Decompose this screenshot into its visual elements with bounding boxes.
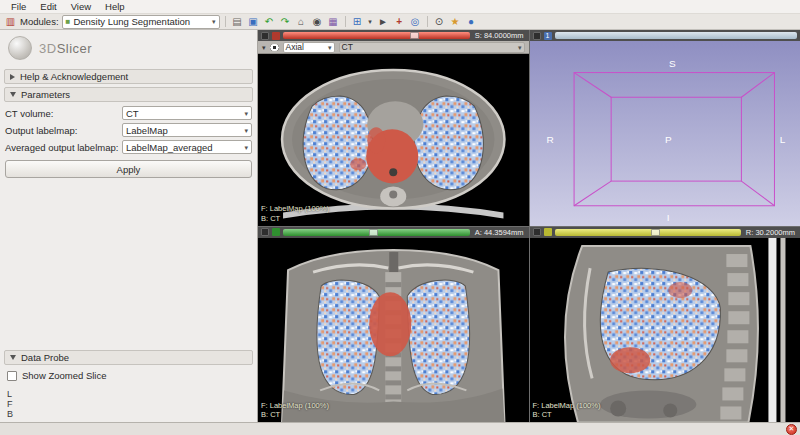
slicer-logo: 3DSlicer	[0, 30, 257, 66]
red-slice-viewer: S: 84.0000mm ▾ Axial ▾ CT ▾	[258, 30, 529, 226]
yellow-slice-slider[interactable]	[555, 229, 741, 236]
eye-icon[interactable]	[270, 44, 279, 51]
slicer-logo-text: 3DSlicer	[39, 41, 92, 56]
collapse-arrow-icon	[10, 92, 16, 97]
probe-line-l: L	[7, 389, 250, 399]
save-icon[interactable]: ▣	[247, 15, 260, 28]
place-point-icon[interactable]: +	[393, 15, 406, 28]
red-slice-bar: S: 84.0000mm	[258, 30, 529, 41]
module-history-back-icon[interactable]: ↶	[263, 15, 276, 28]
panel-spacer	[0, 182, 257, 347]
toolbar-separator	[225, 16, 226, 27]
background-label: B: CT	[261, 214, 329, 224]
chevron-down-icon: ▾	[212, 18, 216, 25]
orientation-select[interactable]: Axial ▾	[283, 42, 335, 53]
main-toolbar: ▥ Modules: ■ Density Lung Segmentation ▾…	[0, 14, 800, 30]
slice-menu-icon[interactable]	[533, 228, 541, 236]
volume-select[interactable]: CT ▾	[339, 42, 525, 53]
slicer-logo-icon	[8, 36, 32, 60]
data-probe-body: Show Zoomed Slice L F B	[0, 365, 257, 422]
chevron-down-icon: ▾	[518, 44, 522, 51]
section-help-acknowledgement[interactable]: Help & Acknowledgement	[4, 69, 253, 84]
section-data-probe[interactable]: Data Probe	[4, 350, 253, 365]
layout-select-icon[interactable]: ⊞	[351, 15, 364, 28]
output-labelmap-select[interactable]: LabelMap ▾	[122, 123, 252, 137]
slice-menu-icon[interactable]	[261, 228, 269, 236]
orientation-label-s: S	[668, 58, 675, 69]
toolbar-separator	[345, 16, 346, 27]
view-layout: S: 84.0000mm ▾ Axial ▾ CT ▾	[258, 30, 800, 422]
volume-rendering-icon[interactable]: ●	[465, 15, 478, 28]
module-history-forward-icon[interactable]: ↷	[279, 15, 292, 28]
crosshair-icon[interactable]: ◎	[409, 15, 422, 28]
show-zoomed-slice-checkbox[interactable]	[7, 371, 17, 381]
threed-view-slider[interactable]	[555, 32, 798, 39]
threed-view-badge[interactable]: 1	[544, 32, 552, 40]
status-bar: ✕	[0, 422, 800, 435]
module-selector[interactable]: ■ Density Lung Segmentation ▾	[62, 15, 220, 29]
threed-view-bar: 1	[530, 30, 800, 41]
orientation-label-r: R	[546, 134, 553, 145]
axial-slice-image[interactable]: F: LabelMap (100%) B: CT	[258, 54, 529, 226]
red-view-icon[interactable]	[272, 32, 280, 40]
yellow-view-icon[interactable]	[544, 228, 552, 236]
layout-chevron-icon[interactable]: ▾	[367, 15, 374, 28]
corner-annotation: F: LabelMap (100%) B: CT	[261, 204, 329, 224]
chevron-down-icon: ▾	[244, 144, 248, 151]
screenshot-icon[interactable]: ◉	[311, 15, 324, 28]
red-slice-slider[interactable]	[283, 32, 470, 39]
module-icon: ■	[66, 17, 71, 26]
green-slice-offset: A: 44.3594mm	[473, 227, 526, 238]
toolbar-separator	[427, 16, 428, 27]
foreground-label: F: LabelMap (100%)	[533, 401, 601, 411]
foreground-label: F: LabelMap (100%)	[261, 401, 329, 411]
scene-view-icon[interactable]: ▦	[327, 15, 340, 28]
chevron-down-icon: ▾	[328, 44, 332, 51]
menu-view[interactable]: View	[64, 0, 98, 13]
output-labelmap-label: Output labelmap:	[5, 125, 119, 136]
green-slice-slider[interactable]	[283, 229, 470, 236]
coronal-slice-image[interactable]: F: LabelMap (100%) B: CT	[258, 238, 529, 423]
menu-help[interactable]: Help	[98, 0, 132, 13]
magnify-icon[interactable]: ⊙	[433, 15, 446, 28]
threed-scene[interactable]: S I R L P	[530, 41, 800, 226]
corner-annotation: F: LabelMap (100%) B: CT	[533, 401, 601, 421]
yellow-slice-bar: R: 30.2000mm	[530, 227, 800, 238]
green-slice-viewer: A: 44.3594mm	[258, 227, 529, 423]
menu-file[interactable]: File	[4, 0, 33, 13]
mouse-interact-icon[interactable]: ►	[377, 15, 390, 28]
ct-volume-select[interactable]: CT ▾	[122, 106, 252, 120]
probe-line-b: B	[7, 409, 250, 419]
ct-volume-value: CT	[126, 108, 139, 119]
extensions-icon[interactable]: ★	[449, 15, 462, 28]
home-icon[interactable]: ⌂	[295, 15, 308, 28]
sagittal-slice-image[interactable]: F: LabelMap (100%) B: CT	[530, 238, 800, 423]
averaged-labelmap-value: LabelMap_averaged	[126, 142, 213, 153]
error-log-button[interactable]: ✕	[786, 424, 797, 435]
show-zoomed-slice-label: Show Zoomed Slice	[22, 370, 106, 381]
averaged-labelmap-select[interactable]: LabelMap_averaged ▾	[122, 140, 252, 154]
red-slider-handle[interactable]	[410, 32, 419, 39]
menu-edit[interactable]: Edit	[33, 0, 63, 13]
output-labelmap-value: LabelMap	[126, 125, 168, 136]
section-parameters[interactable]: Parameters	[4, 87, 253, 102]
view-menu-icon[interactable]	[533, 32, 541, 40]
logo-slicer: Slicer	[57, 41, 93, 56]
modules-panel-icon[interactable]: ▥	[4, 15, 17, 28]
apply-button[interactable]: Apply	[5, 160, 252, 178]
red-slice-controller: ▾ Axial ▾ CT ▾	[258, 41, 529, 54]
green-slider-handle[interactable]	[369, 229, 378, 236]
red-slice-offset: S: 84.0000mm	[473, 30, 526, 41]
averaged-labelmap-label: Averaged output labelmap:	[5, 142, 119, 153]
load-data-icon[interactable]: ▤	[231, 15, 244, 28]
menu-bar: File Edit View Help	[0, 0, 800, 14]
green-slice-bar: A: 44.3594mm	[258, 227, 529, 238]
chevron-down-icon[interactable]: ▾	[262, 44, 266, 51]
slice-menu-icon[interactable]	[261, 32, 269, 40]
foreground-label: F: LabelMap (100%)	[261, 204, 329, 214]
collapse-arrow-icon	[10, 74, 15, 80]
green-view-icon[interactable]	[272, 228, 280, 236]
section-parameters-label: Parameters	[21, 89, 70, 100]
corner-annotation: F: LabelMap (100%) B: CT	[261, 401, 329, 421]
yellow-slider-handle[interactable]	[651, 229, 660, 236]
